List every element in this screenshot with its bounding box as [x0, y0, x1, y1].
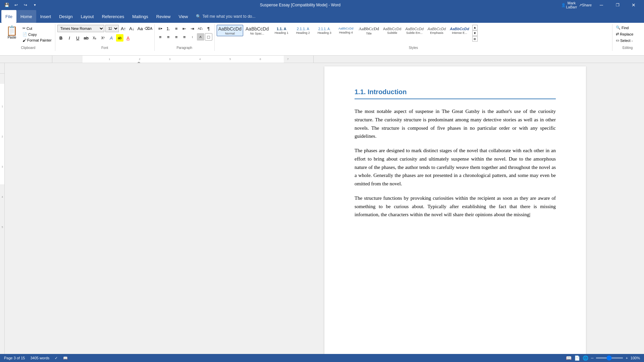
menu-home[interactable]: Home: [16, 10, 36, 23]
font-color-button[interactable]: A: [124, 34, 132, 42]
menu-layout[interactable]: Layout: [77, 10, 98, 23]
style-heading2[interactable]: 2.1.1. A Heading 2: [292, 25, 313, 36]
document-heading: 1.1. Introduction: [355, 86, 556, 97]
format-painter-button[interactable]: 🖌 Format Painter: [21, 38, 53, 43]
shading-button[interactable]: A: [197, 33, 204, 41]
menu-review[interactable]: Review: [152, 10, 175, 23]
style-h2-preview: 2.1.1. A: [297, 26, 309, 31]
text-highlight-button[interactable]: ab: [116, 34, 123, 42]
format-painter-icon: 🖌: [22, 38, 26, 42]
menu-insert[interactable]: Insert: [36, 10, 55, 23]
cut-button[interactable]: ✂ Cut: [21, 25, 53, 31]
increase-font-button[interactable]: A↑: [120, 25, 127, 32]
style-heading3[interactable]: 2.1.1. A. Heading 3: [314, 26, 335, 36]
italic-button[interactable]: I: [66, 34, 73, 42]
line-spacing-button[interactable]: ↕: [189, 33, 196, 41]
customize-qa-button[interactable]: ▼: [31, 1, 39, 9]
window-title: Suspense Essay [Compatibility Mode] - Wo…: [39, 3, 561, 7]
font-size-select[interactable]: 12: [105, 25, 119, 32]
tell-me-input[interactable]: 🔍 Tell me what you want to do...: [192, 10, 286, 23]
text-cursor: [529, 212, 530, 217]
style-normal[interactable]: AaBbCcDd Normal: [217, 25, 243, 36]
replace-button[interactable]: ⇄ Replace: [614, 31, 635, 37]
paragraph-group: ≡• 1. ≡ ⇤ ⇥ AZ↓ ¶ ≡ ≡ ≡ ≡ ↕ A □: [155, 24, 215, 51]
font-row1: Times New Roman 12 A↑ A↓ Aa ⌫A: [57, 25, 152, 32]
quick-access-toolbar: 💾 ↩ ↪ ▼: [3, 1, 39, 9]
borders-button[interactable]: □: [205, 33, 212, 41]
menu-references[interactable]: References: [98, 10, 128, 23]
show-hide-button[interactable]: ¶: [205, 25, 212, 32]
style-emphasis-label: Emphasis: [430, 31, 443, 35]
paragraph-2[interactable]: The phases are designed to mark distinct…: [355, 146, 556, 188]
align-center-button[interactable]: ≡: [165, 33, 172, 41]
text-effects-button[interactable]: A: [108, 34, 115, 42]
align-left-button[interactable]: ≡: [157, 33, 164, 41]
bold-button[interactable]: B: [57, 34, 65, 42]
close-button[interactable]: ✕: [626, 0, 641, 10]
strikethrough-button[interactable]: ab: [83, 34, 90, 42]
style-h4-label: Heading 4: [339, 31, 353, 34]
paste-label: Paste: [8, 36, 16, 39]
sort-button[interactable]: AZ↓: [197, 25, 204, 32]
decrease-font-button[interactable]: A↓: [128, 25, 136, 32]
decrease-indent-button[interactable]: ⇤: [181, 25, 188, 32]
bullets-button[interactable]: ≡•: [157, 25, 164, 32]
change-case-button[interactable]: Aa: [137, 25, 144, 32]
style-heading4[interactable]: AaBbCcDd Heading 4: [335, 26, 356, 35]
styles-scroll-up[interactable]: ▲: [472, 25, 478, 30]
ruler-svg: 1 2 3 4 5 6 7: [52, 56, 313, 63]
svg-text:5: 5: [2, 226, 3, 228]
menu-view[interactable]: View: [174, 10, 192, 23]
style-subtitle[interactable]: AaBbCcDd Subtitle: [381, 25, 403, 36]
clear-format-button[interactable]: ⌫A: [145, 25, 152, 32]
menu-design[interactable]: Design: [55, 10, 76, 23]
styles-expand[interactable]: ⊞: [472, 36, 478, 42]
menu-file[interactable]: File: [1, 10, 16, 23]
increase-indent-button[interactable]: ⇥: [189, 25, 196, 32]
clipboard-group: 📋 Paste ✂ Cut 📄 Copy 🖌 Format Painter: [1, 24, 55, 51]
svg-text:5: 5: [229, 58, 231, 61]
paragraph-1[interactable]: The most notable aspect of suspense in T…: [355, 107, 556, 140]
paste-icon: 📋: [6, 26, 18, 36]
svg-rect-12: [0, 84, 5, 184]
svg-rect-1: [83, 56, 284, 63]
profile-button[interactable]: 👤 Mark LaBarr: [561, 0, 577, 10]
style-title[interactable]: AaBbCcDd Title: [357, 25, 381, 36]
menu-mailings[interactable]: Mailings: [128, 10, 152, 23]
find-button[interactable]: 🔍 Find: [614, 25, 630, 31]
styles-scroll-down[interactable]: ▼: [472, 31, 478, 36]
styles-scroll-arrows: ▲ ▼ ⊞: [472, 25, 478, 42]
copy-button[interactable]: 📄 Copy: [21, 32, 53, 37]
title-bar: 💾 ↩ ↪ ▼ Suspense Essay [Compatibility Mo…: [0, 0, 644, 10]
style-no-spacing[interactable]: AaBbCcDd No Spac...: [244, 25, 270, 36]
editing-label: Editing: [612, 46, 643, 50]
svg-text:3: 3: [2, 166, 3, 168]
font-group: Times New Roman 12 A↑ A↓ Aa ⌫A B I U ab …: [55, 24, 155, 51]
numbering-button[interactable]: 1.: [165, 25, 172, 32]
justify-button[interactable]: ≡: [181, 33, 188, 41]
paragraph-3[interactable]: The structure functions by provoking cur…: [355, 194, 556, 219]
restore-button[interactable]: ❐: [610, 0, 625, 10]
svg-text:2: 2: [139, 58, 141, 61]
cut-copy-format-stack: ✂ Cut 📄 Copy 🖌 Format Painter: [21, 25, 53, 43]
minimize-button[interactable]: ─: [594, 0, 609, 10]
undo-button[interactable]: ↩: [12, 1, 20, 9]
multilevel-list-button[interactable]: ≡: [173, 25, 180, 32]
paste-button[interactable]: 📋 Paste: [3, 25, 20, 41]
style-subtle-em[interactable]: AaBbCcDd Subtle Em...: [404, 25, 425, 36]
superscript-button[interactable]: X²: [99, 34, 107, 42]
font-name-select[interactable]: Times New Roman: [57, 25, 104, 32]
align-right-button[interactable]: ≡: [173, 33, 180, 41]
save-button[interactable]: 💾: [3, 1, 11, 9]
style-heading1[interactable]: 1.1. A Heading 1: [271, 25, 292, 36]
subscript-button[interactable]: X₂: [91, 34, 98, 42]
redo-button[interactable]: ↪: [21, 1, 30, 9]
style-subtle-label: Subtle Em...: [406, 31, 423, 35]
style-intense-label: Intense E...: [452, 31, 467, 35]
document-page[interactable]: 1.1. Introduction The most notable aspec…: [324, 66, 586, 354]
style-emphasis[interactable]: AaBbCcDd Emphasis: [426, 25, 447, 36]
style-intense-e[interactable]: AaBbCcDd Intense E...: [448, 25, 471, 36]
underline-button[interactable]: U: [74, 34, 82, 42]
select-button[interactable]: ▭ Select -: [614, 38, 634, 43]
share-button[interactable]: ↗ Share: [578, 0, 593, 10]
